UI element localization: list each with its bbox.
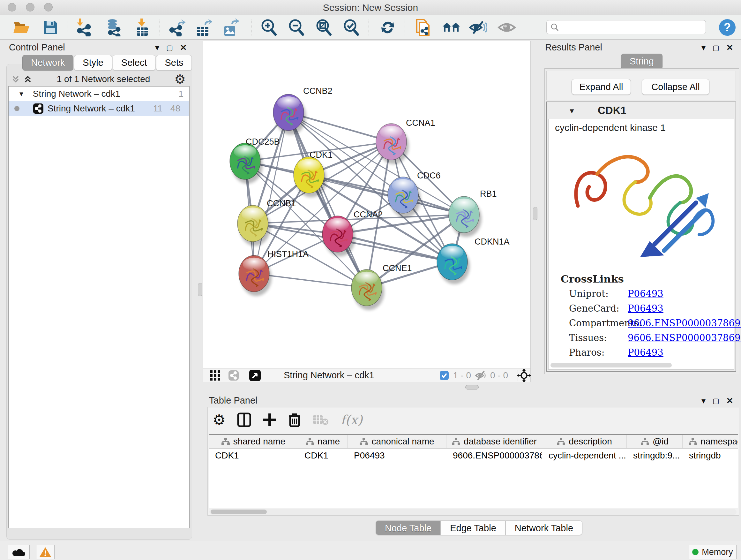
tab-select[interactable]: Select	[113, 55, 156, 71]
tab-sets[interactable]: Sets	[156, 55, 192, 71]
table-panel-title: Table Panel	[209, 395, 258, 406]
network-edge-count: 48	[171, 104, 180, 114]
column-header[interactable]: @id	[627, 435, 683, 448]
tab-network[interactable]: Network	[22, 55, 73, 71]
gene-symbol: CDK1	[598, 105, 626, 117]
tab-node-table[interactable]: Node Table	[376, 520, 441, 535]
cloud-status-button[interactable]	[8, 545, 30, 559]
float-menu-icon[interactable]: ▾	[701, 396, 705, 406]
node-CCNA1[interactable]: CCNA1	[376, 118, 435, 164]
collection-count: 1	[179, 89, 184, 99]
memory-button[interactable]: Memory	[689, 545, 737, 559]
node-HIST1H1A[interactable]: HIST1H1A	[239, 249, 309, 296]
node-CCNB2[interactable]: CCNB2	[273, 86, 333, 135]
edge-CCNB2-CCNE1[interactable]	[288, 112, 367, 288]
crosslink-uniprot-link[interactable]: P06493	[628, 288, 664, 299]
crosslink-compartments-link[interactable]: 9606.ENSP00000378699	[628, 318, 741, 328]
import-table-file-button[interactable]	[132, 17, 153, 37]
gene-collapse-caret-icon[interactable]: ▼	[568, 107, 576, 115]
selected-nodes-indicator[interactable]: 1 - 0	[439, 370, 471, 381]
tab-network-table[interactable]: Network Table	[506, 520, 583, 535]
help-button[interactable]: ?	[717, 17, 738, 37]
network-options-gear-icon[interactable]: ⚙	[174, 72, 186, 86]
string-protein-query-button[interactable]	[413, 17, 434, 37]
import-network-file-button[interactable]	[73, 17, 94, 37]
refresh-button[interactable]	[377, 17, 398, 37]
right-splitter-handle[interactable]	[533, 207, 537, 220]
node-CDK1[interactable]: CDK1	[293, 150, 333, 197]
column-header[interactable]: canonical name	[347, 435, 447, 448]
cell-shared-name: CDK1	[209, 448, 298, 463]
node-table[interactable]: shared name name canonical name database…	[209, 434, 738, 508]
import-network-database-button[interactable]	[103, 17, 124, 37]
collapse-all-icon[interactable]	[11, 74, 20, 84]
crosslinks-title: CrossLinks	[561, 273, 624, 285]
export-table-button[interactable]	[193, 17, 214, 37]
zoom-out-button[interactable]	[286, 17, 307, 37]
table-options-gear-icon[interactable]: ⚙	[212, 411, 226, 428]
export-image-button[interactable]	[220, 17, 241, 37]
collapse-all-button[interactable]: Collapse All	[642, 79, 710, 95]
string-view-icon[interactable]	[228, 370, 239, 381]
string-home-button[interactable]	[441, 17, 462, 37]
results-scrollbar[interactable]	[550, 363, 672, 368]
node-RB1[interactable]: RB1	[449, 189, 497, 237]
toolbar-separator	[405, 19, 405, 36]
birds-eye-view-icon[interactable]	[249, 369, 261, 382]
expand-all-icon[interactable]	[23, 74, 32, 84]
float-window-icon[interactable]: ▢	[713, 397, 719, 405]
network-collection-row[interactable]: ▼ String Network – cdk1 1	[9, 86, 189, 101]
node-label-CCNB1: CCNB1	[267, 199, 296, 208]
function-builder-icon: f(x)	[340, 413, 362, 427]
column-header[interactable]: name	[298, 435, 347, 448]
crosslink-genecard-link[interactable]: P06493	[628, 303, 664, 314]
search-input[interactable]	[546, 20, 706, 34]
open-session-button[interactable]	[11, 17, 32, 37]
node-CDC6[interactable]: CDC6	[388, 171, 441, 217]
network-row[interactable]: String Network – cdk1 11 48	[9, 101, 189, 116]
warning-status-button[interactable]	[36, 545, 55, 559]
footer-separator	[244, 370, 244, 381]
hide-unhide-button[interactable]	[468, 17, 488, 37]
tab-string-results[interactable]: String	[621, 54, 663, 69]
zoom-fit-button[interactable]	[313, 17, 334, 37]
hidden-elements-indicator[interactable]: 0 - 0	[475, 370, 508, 381]
table-scrollbar-thumb[interactable]	[211, 509, 267, 514]
save-session-button[interactable]	[40, 17, 61, 37]
float-window-icon[interactable]: ▢	[713, 44, 719, 52]
float-menu-icon[interactable]: ▾	[155, 43, 159, 53]
zoom-in-button[interactable]	[258, 17, 279, 37]
float-menu-icon[interactable]: ▾	[701, 43, 705, 53]
table-horizontal-scrollbar[interactable]	[209, 509, 737, 515]
export-network-button[interactable]	[166, 17, 187, 37]
column-header[interactable]: namespace	[683, 435, 738, 448]
close-panel-icon[interactable]: ✕	[726, 396, 733, 406]
delete-column-icon[interactable]	[288, 412, 301, 428]
column-header[interactable]: shared name	[209, 435, 298, 448]
tab-edge-table[interactable]: Edge Table	[441, 520, 506, 535]
grid-view-icon[interactable]	[209, 370, 221, 381]
crosslink-pharos-link[interactable]: P06493	[628, 347, 664, 358]
network-view-canvas[interactable]: CCNB2CCNA1CDC25BCDK1CDC6RB1CCNB1CCNA2CDK…	[203, 41, 531, 382]
highlight-button[interactable]	[496, 17, 517, 37]
bottom-splitter-handle[interactable]	[465, 385, 479, 389]
left-splitter-handle[interactable]	[198, 283, 202, 296]
column-header[interactable]: database identifier	[447, 435, 542, 448]
close-panel-icon[interactable]: ✕	[726, 43, 733, 53]
crosslink-tissues-link[interactable]: 9606.ENSP00000378699	[628, 332, 741, 343]
cell-description: cyclin-dependent ...	[542, 448, 627, 463]
close-panel-icon[interactable]: ✕	[180, 43, 187, 53]
string-network-graph[interactable]: CCNB2CCNA1CDC25BCDK1CDC6RB1CCNB1CCNA2CDK…	[203, 41, 530, 369]
float-window-icon[interactable]: ▢	[166, 44, 173, 52]
node-CCNE1[interactable]: CCNE1	[351, 263, 412, 310]
table-row[interactable]: CDK1 CDK1 P06493 9606.ENSP00000378699 cy…	[209, 448, 738, 463]
tab-style[interactable]: Style	[74, 55, 112, 71]
expand-all-button[interactable]: Expand All	[571, 79, 631, 95]
show-columns-icon[interactable]	[237, 412, 251, 428]
column-header[interactable]: description	[542, 435, 627, 448]
zoom-selected-button[interactable]	[340, 17, 361, 37]
collection-expand-caret-icon[interactable]: ▼	[18, 90, 24, 98]
add-column-icon[interactable]	[263, 413, 277, 427]
fit-content-crosshair-icon[interactable]	[517, 368, 531, 382]
node-CDKN1A[interactable]: CDKN1A	[437, 237, 510, 284]
